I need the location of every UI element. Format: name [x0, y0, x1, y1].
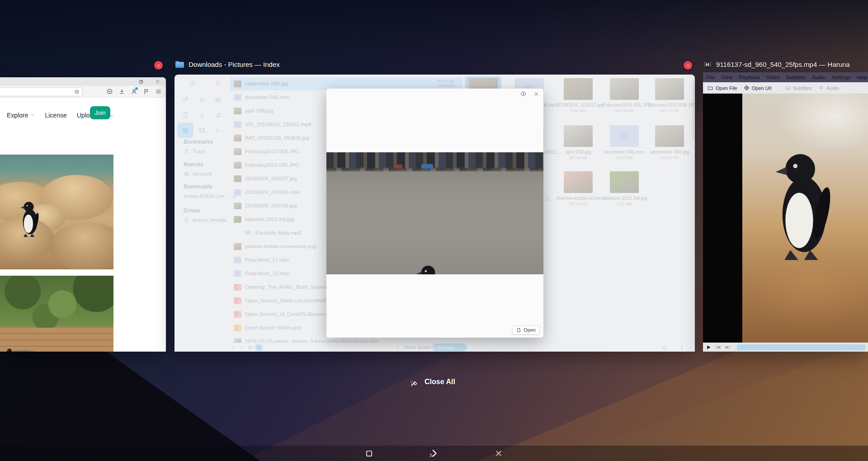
sidebar-terminal-icon[interactable]: [210, 122, 226, 138]
subtitles-button[interactable]: Subtitles: [783, 85, 814, 91]
info-icon[interactable]: [520, 91, 526, 97]
pdf-icon: [234, 297, 241, 304]
downloads-icon[interactable]: [118, 87, 126, 95]
grid-tile-size: 6.46 MiB: [557, 108, 600, 113]
menu-item-audio[interactable]: Audio: [812, 75, 825, 80]
grid-tile[interactable]: tdawson-2021.full.jpg4.72 MiB: [603, 171, 646, 206]
penguin-figure: [763, 125, 842, 288]
close-icon[interactable]: [533, 91, 539, 97]
pocket-icon[interactable]: [105, 87, 113, 95]
close-icon[interactable]: [485, 446, 512, 461]
bookmark-star-icon[interactable]: [74, 89, 80, 95]
grid-tile[interactable]: september 060.jpg492.82 KiB: [648, 125, 691, 160]
audio-button[interactable]: Audio: [816, 85, 841, 91]
file-name: 06 - Fantastic Baby.mp3: [245, 230, 301, 235]
close-icon[interactable]: [153, 78, 161, 86]
video-icon: [234, 270, 241, 277]
nav-link-license[interactable]: License: [45, 112, 66, 119]
caret-down-icon[interactable]: [687, 344, 694, 351]
media-player-window[interactable]: FileViewPlaybackVideoSubtitlesAudioSetti…: [703, 72, 868, 352]
grid-tile[interactable]: February2010 005.JPG693.95 KiB: [603, 78, 646, 113]
breadcrumb-root[interactable]: /: [397, 344, 398, 350]
image-preview-dialog[interactable]: Open: [326, 89, 543, 338]
grid-tile[interactable]: February2010 008.JPG641.78 KiB: [648, 78, 691, 113]
photo-penguin-on-rocks[interactable]: [0, 155, 113, 269]
flick-gesture-icon[interactable]: [420, 446, 447, 461]
file-name: tdawson-2021.full.jpg: [245, 216, 294, 222]
grid-tile[interactable]: april 038.jpg367.62 KiB: [557, 125, 600, 160]
skip-previous-icon[interactable]: [715, 344, 721, 350]
forward-icon[interactable]: [238, 344, 245, 351]
grid-tile-label: 20180924_103537.jpg: [557, 102, 600, 108]
browser-window[interactable]: ExploreLicenseUpload⋯Join: [0, 77, 166, 352]
menu-item-help[interactable]: Help: [857, 75, 868, 80]
url-field[interactable]: [0, 87, 83, 96]
menu-item-settings[interactable]: Settings: [832, 75, 851, 80]
sidebar-download-icon[interactable]: [193, 107, 210, 122]
grid-view-icon[interactable]: [255, 344, 263, 351]
skip-next-icon[interactable]: [725, 344, 731, 350]
browser-urlbar: [0, 86, 166, 98]
sidebar-section: RemoteNetwork: [184, 161, 212, 177]
play-icon[interactable]: [706, 344, 712, 350]
file-size: 492.82 KiB: [437, 79, 455, 84]
browser-titlebar: [0, 77, 166, 86]
open-button[interactable]: Open: [512, 325, 540, 334]
seek-bar[interactable]: [737, 344, 865, 350]
menu-icon[interactable]: [154, 87, 162, 95]
close-window-badge-browser[interactable]: [154, 61, 163, 70]
sidebar-tag-icon[interactable]: [177, 92, 193, 107]
grid-tile-label: tdawson-2021.full.jpg: [603, 195, 646, 201]
sidebar-grid-icon[interactable]: [177, 122, 193, 138]
video-thumbnail: [610, 125, 639, 147]
account-icon[interactable]: [130, 87, 138, 95]
file-name: 2024-10-13-centos_stream_9-timeseries-st…: [245, 339, 379, 343]
extensions-icon[interactable]: [142, 87, 150, 95]
video-frame-penguin[interactable]: [703, 94, 868, 343]
menu-item-subtitles[interactable]: Subtitles: [786, 75, 806, 80]
grid-tile[interactable]: plasma-mobile-screen...757.06 KiB: [557, 171, 600, 206]
nav-link-explore[interactable]: Explore: [7, 112, 35, 119]
maximize-icon[interactable]: [355, 446, 382, 461]
sidebar-item-trash[interactable]: Trash: [184, 148, 213, 154]
sidebar-document-icon[interactable]: [177, 107, 193, 122]
window-caption-files[interactable]: Downloads - Pictures — Index: [175, 61, 280, 68]
clock-icon[interactable]: [189, 80, 196, 87]
open-file-button[interactable]: Open File: [706, 85, 739, 91]
close-all-button[interactable]: Close All: [409, 377, 455, 387]
open-url-button[interactable]: Open Url: [742, 85, 774, 91]
sidebar-section-header: Bookmarks: [184, 139, 213, 145]
breadcrumb-home[interactable]: home: [404, 344, 416, 350]
back-icon[interactable]: [230, 344, 237, 351]
window-caption-player[interactable]: H 9116137-sd_960_540_25fps.mp4 — Haruna: [703, 61, 850, 68]
toolbar-button-label: Audio: [826, 85, 839, 91]
heart-icon[interactable]: [214, 80, 222, 87]
menu-item-view[interactable]: View: [722, 75, 733, 80]
sidebar-home-icon[interactable]: [193, 92, 210, 107]
search-icon[interactable]: [661, 344, 668, 351]
trash-icon: [184, 148, 189, 154]
image-thumbnail: [610, 78, 639, 100]
sidebar-item-fedora-fmobile[interactable]: fedora_fmobile: [184, 217, 227, 223]
photo-penguin-by-wall[interactable]: [0, 276, 113, 352]
restore-icon[interactable]: [137, 78, 145, 86]
breadcrumb-current[interactable]: Pictures: [433, 343, 468, 351]
grid-tile[interactable]: 20180924_103537.jpg6.46 MiB: [557, 78, 600, 113]
menu-item-file[interactable]: File: [707, 75, 715, 80]
toolbar-button-label: Subtitles: [793, 85, 812, 91]
kebab-menu-icon[interactable]: [678, 344, 685, 351]
list-view-icon[interactable]: [247, 344, 254, 351]
menu-item-video[interactable]: Video: [766, 75, 779, 80]
sidebar-image-icon[interactable]: [210, 92, 226, 107]
menu-item-playback[interactable]: Playback: [739, 75, 760, 80]
penguin-figure: [16, 185, 42, 253]
join-button[interactable]: Join: [90, 106, 110, 119]
sidebar-film-icon[interactable]: [193, 122, 210, 138]
close-window-badge-files[interactable]: [684, 61, 692, 70]
scrollbar[interactable]: [693, 80, 694, 139]
grid-tile[interactable]: december 046.mov34.58 MiB: [603, 125, 646, 160]
sidebar-item-network[interactable]: Network: [184, 171, 212, 177]
sidebar-music-icon[interactable]: [210, 107, 226, 122]
sidebar-section-header: Drives: [184, 207, 227, 214]
grid-tile-size: 4.72 MiB: [603, 202, 646, 206]
